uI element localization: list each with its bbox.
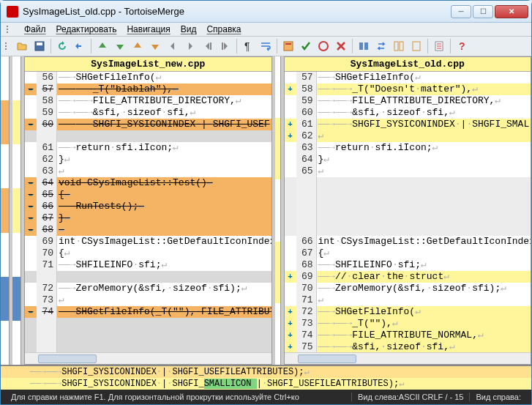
code-line[interactable] bbox=[285, 177, 531, 189]
code-line[interactable]: 71↵ bbox=[285, 294, 531, 306]
code-line[interactable]: 72――→ZeroMemory(&sfi,·sizeof·sfi);↵ bbox=[25, 283, 271, 294]
prev-diff-up-icon[interactable] bbox=[94, 38, 110, 54]
settings-icon[interactable] bbox=[431, 38, 447, 54]
overview-strip-mid[interactable] bbox=[275, 56, 281, 365]
line-number: 69 bbox=[37, 236, 57, 248]
line-text bbox=[317, 201, 531, 212]
code-line[interactable]: 59――→――→&sfi,·sizeof·sfi,↵ bbox=[25, 107, 271, 119]
code-line[interactable]: 63――→return·sfi.iIcon;↵ bbox=[285, 142, 531, 154]
minimize-button[interactable]: ─ bbox=[451, 5, 471, 18]
code-line[interactable]: –57――→――→_T("blablah"),↵ bbox=[25, 83, 271, 95]
code-line[interactable]: +58――→――→_T("Doesn't·matter"),↵ bbox=[285, 83, 531, 95]
code-line[interactable] bbox=[25, 271, 271, 283]
code-line[interactable]: +73――→――→_T(""),↵ bbox=[285, 318, 531, 330]
code-line[interactable] bbox=[285, 224, 531, 236]
merge-line[interactable]: ――→――→SHGFI_SYSICONINDEX·|·SHGFI_SMALLIC… bbox=[1, 378, 531, 390]
use-block-icon[interactable] bbox=[280, 38, 296, 54]
code-line[interactable] bbox=[25, 330, 271, 341]
code-line[interactable] bbox=[25, 341, 271, 352]
menu-file[interactable]: Файл bbox=[24, 24, 46, 34]
diff-marker bbox=[25, 341, 37, 352]
nav-right-icon[interactable] bbox=[182, 38, 198, 54]
menu-nav[interactable]: Навигация bbox=[127, 24, 170, 34]
code-line[interactable]: 66int·CSysImageList::GetDefaultIconIndex… bbox=[285, 236, 531, 248]
code-line[interactable]: 61――→return·sfi.iIcon;↵ bbox=[25, 142, 271, 154]
diff-marker bbox=[25, 107, 37, 119]
titlebar[interactable]: SysImageList_old.cpp - TortoiseMerge ─ ☐… bbox=[1, 1, 531, 23]
code-line[interactable]: 63↵ bbox=[25, 166, 271, 177]
open-icon[interactable] bbox=[14, 38, 30, 54]
help-icon[interactable]: ? bbox=[454, 38, 470, 54]
line-number: 73 bbox=[37, 294, 57, 306]
compare-whitespace-icon[interactable] bbox=[356, 38, 372, 54]
code-line[interactable]: +72――→SHGetFileInfo(↵ bbox=[285, 306, 531, 318]
code-line[interactable]: +61――→――→SHGFI_SYSICONINDEX·|·SHGFI_SMAL bbox=[285, 119, 531, 130]
code-line[interactable]: –65{↵ bbox=[25, 189, 271, 201]
code-line[interactable]: 60――→――→&sfi,·sizeof·sfi,↵ bbox=[285, 107, 531, 119]
reload-icon[interactable] bbox=[54, 38, 70, 54]
code-line[interactable]: –60――→――→SHGFI_SYSICONINDEX·|·SHGFI_USEF bbox=[25, 119, 271, 130]
maximize-button[interactable]: ☐ bbox=[473, 5, 493, 18]
code-line[interactable]: 68――→SHFILEINFO·sfi;↵ bbox=[285, 259, 531, 271]
save-icon[interactable] bbox=[31, 38, 48, 54]
use-theirs-icon[interactable] bbox=[315, 38, 331, 54]
code-line[interactable]: –66――→RunTests();↵ bbox=[25, 201, 271, 212]
code-line[interactable]: 65↵ bbox=[285, 166, 531, 177]
code-line[interactable]: +75――→――→&sfi,·sizeof·sfi,↵ bbox=[285, 341, 531, 352]
undo-icon[interactable] bbox=[72, 38, 88, 54]
code-line[interactable]: 67{↵ bbox=[285, 248, 531, 259]
code-line[interactable]: 70{↵ bbox=[25, 248, 271, 259]
mark-resolved-icon[interactable] bbox=[298, 38, 314, 54]
code-line[interactable]: 71――→SHFILEINFO·sfi;↵ bbox=[25, 259, 271, 271]
code-line[interactable]: 59――→――→FILE_ATTRIBUTE_DIRECTORY,↵ bbox=[285, 95, 531, 107]
close-button[interactable]: ✕ bbox=[495, 5, 528, 18]
bottom-merge-pane[interactable]: ――→――→SHGFI_SYSICONINDEX·|·SHGFI_USEFILE… bbox=[1, 365, 531, 390]
one-pane-icon[interactable] bbox=[408, 38, 424, 54]
menu-grip[interactable] bbox=[7, 24, 11, 34]
swap-icon[interactable] bbox=[373, 38, 389, 54]
code-line[interactable]: +74――→――→FILE_ATTRIBUTE_NORMAL,↵ bbox=[285, 330, 531, 341]
line-text bbox=[317, 212, 531, 224]
right-code-area[interactable]: 57――→SHGetFileInfo(↵+58――→――→_T("Doesn't… bbox=[285, 72, 531, 352]
menu-help[interactable]: Справка bbox=[206, 24, 241, 34]
code-line[interactable] bbox=[25, 318, 271, 330]
code-line[interactable]: 64}↵ bbox=[285, 154, 531, 166]
code-line[interactable]: –68↵ bbox=[25, 224, 271, 236]
menu-edit[interactable]: Редактировать bbox=[56, 24, 117, 34]
code-line[interactable]: 73↵ bbox=[25, 294, 271, 306]
code-line[interactable]: –74――→SHGetFileInfo(_T(""),·FILE_ATTRIBU… bbox=[25, 306, 271, 318]
nav-left-inline-icon[interactable] bbox=[200, 38, 216, 54]
code-line[interactable]: 56――→SHGetFileInfo(↵ bbox=[25, 72, 271, 83]
pilcrow-icon[interactable]: ¶ bbox=[240, 38, 256, 54]
nav-left-icon[interactable] bbox=[165, 38, 181, 54]
right-hscrollbar[interactable] bbox=[285, 352, 531, 364]
nav-right-inline-icon[interactable] bbox=[217, 38, 233, 54]
code-line[interactable]: 70――→ZeroMemory(&sfi,·sizeof·sfi);↵ bbox=[285, 283, 531, 294]
line-number bbox=[296, 189, 317, 201]
code-line[interactable]: –64void·CSysImageList::Test()↵ bbox=[25, 177, 271, 189]
next-diff-down-icon[interactable] bbox=[112, 38, 128, 54]
prev-conflict-up-icon[interactable] bbox=[130, 38, 146, 54]
toolbar-grip[interactable] bbox=[5, 42, 10, 50]
wrap-icon[interactable] bbox=[258, 38, 274, 54]
overview-strip-left-outer[interactable] bbox=[1, 56, 10, 365]
code-line[interactable]: 62}↵ bbox=[25, 154, 271, 166]
merge-line[interactable]: ――→――→SHGFI_SYSICONINDEX·|·SHGFI_USEFILE… bbox=[1, 366, 531, 378]
code-line[interactable] bbox=[285, 201, 531, 212]
code-line[interactable]: 58――→――→FILE_ATTRIBUTE_DIRECTORY,↵ bbox=[25, 95, 271, 107]
code-line[interactable]: –67}↵ bbox=[25, 212, 271, 224]
code-line[interactable] bbox=[25, 130, 271, 142]
two-pane-icon[interactable] bbox=[391, 38, 407, 54]
code-line[interactable] bbox=[285, 189, 531, 201]
code-line[interactable]: +69――→//·clear·the·struct↵ bbox=[285, 271, 531, 283]
code-line[interactable]: 57――→SHGetFileInfo(↵ bbox=[285, 72, 531, 83]
code-line[interactable]: +62↵ bbox=[285, 130, 531, 142]
reject-icon[interactable] bbox=[333, 38, 349, 54]
code-line[interactable] bbox=[285, 212, 531, 224]
overview-strip-left-inner[interactable] bbox=[12, 56, 21, 365]
left-hscrollbar[interactable] bbox=[25, 352, 271, 364]
next-conflict-down-icon[interactable] bbox=[147, 38, 163, 54]
menu-view[interactable]: Вид bbox=[181, 24, 197, 34]
code-line[interactable]: 69int·CSysImageList::GetDefaultIconIndex… bbox=[25, 236, 271, 248]
left-code-area[interactable]: 56――→SHGetFileInfo(↵–57――→――→_T("blablah… bbox=[25, 72, 271, 352]
